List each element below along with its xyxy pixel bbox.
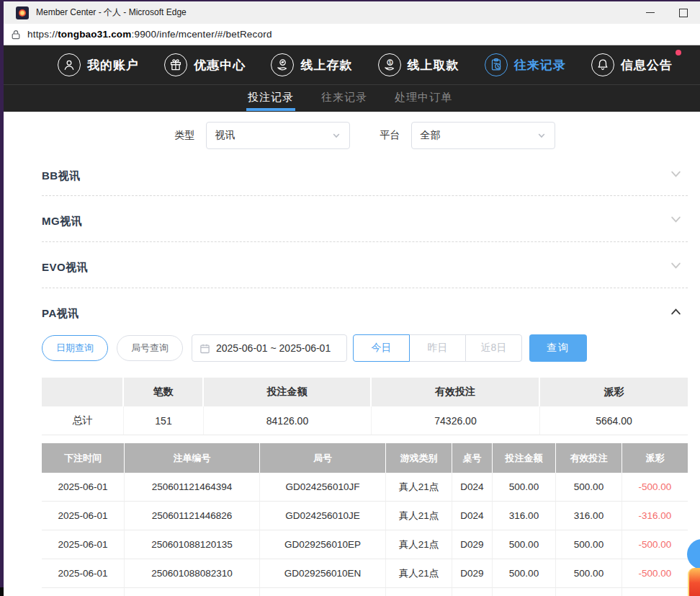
- section-mg-video-header[interactable]: MG视讯: [42, 213, 688, 228]
- tab-pending-orders[interactable]: 处理中订单: [393, 85, 454, 111]
- platform-filter-group: 平台 全部: [380, 122, 555, 149]
- type-select[interactable]: 视讯: [206, 122, 350, 149]
- cell-bet-amount: 316.00: [493, 502, 556, 530]
- maximize-icon: [679, 9, 688, 17]
- cell-bet-time: 2025-06-01: [42, 559, 125, 588]
- nav-label: 线上取款: [408, 57, 459, 74]
- window-title: Member Center - 个人 - Microsoft Edge: [36, 6, 187, 19]
- cell-round-no: GD024256010JF: [260, 473, 386, 502]
- summary-total-row: 总计 151 84126.00 74326.00 5664.00: [42, 406, 688, 435]
- nav-item-deposit[interactable]: 线上存款: [271, 53, 352, 76]
- summary-header-valid-bet: 有效投注: [372, 378, 540, 406]
- cell-payout: [622, 588, 688, 596]
- notification-dot: [676, 50, 681, 55]
- user-icon: [58, 53, 81, 76]
- nav-label: 我的账户: [87, 57, 139, 74]
- site-favicon: [16, 6, 29, 19]
- platform-select-value: 全部: [421, 129, 441, 142]
- summary-table: 笔数 投注金额 有效投注 派彩 总计 151 84126.00 74326.00: [42, 378, 688, 435]
- cell-bet-time: [42, 588, 125, 596]
- platform-select[interactable]: 全部: [411, 122, 555, 149]
- section-bb-video: BB视讯: [42, 159, 688, 196]
- url-text: https://tongbao31.com:9900/infe/mcenter/…: [27, 29, 272, 40]
- nav-label: 信息公告: [621, 57, 673, 74]
- promo-fab[interactable]: [688, 568, 700, 596]
- tab-bet-records[interactable]: 投注记录: [246, 85, 295, 111]
- summary-header-row: 笔数 投注金额 有效投注 派彩: [42, 378, 688, 406]
- header-round-no: 局号: [260, 443, 386, 473]
- section-title: BB视讯: [42, 169, 81, 183]
- search-button[interactable]: 查询: [529, 334, 587, 362]
- bet-record-row: 2025-06-01250601088120135GD029256010EP真人…: [42, 530, 688, 559]
- cell-round-no: GD029256010EP: [260, 530, 386, 559]
- summary-header-count: 笔数: [124, 378, 204, 406]
- cell-valid-bet: 500.00: [556, 473, 622, 502]
- nav-item-my-account[interactable]: 我的账户: [58, 53, 139, 76]
- cell-game-type: 真人21点: [386, 559, 452, 588]
- page-content: 类型 视讯 平台 全部 BB视讯: [0, 112, 700, 596]
- yesterday-button[interactable]: 昨日: [409, 334, 466, 362]
- minimize-button[interactable]: [634, 1, 667, 24]
- chevron-down-icon: [537, 131, 546, 140]
- today-button[interactable]: 今日: [353, 334, 410, 362]
- summary-bet-amount-value: 84126.00: [204, 406, 372, 435]
- section-evo-video-header[interactable]: EVO视讯: [42, 259, 688, 275]
- bet-record-row: 2025-06-01250601121446826GD024256010JE真人…: [42, 502, 688, 530]
- cell-bet-time: 2025-06-01: [42, 530, 125, 559]
- desktop-edge-top: [0, 0, 700, 1]
- summary-valid-bet-value: 74326.00: [372, 406, 540, 435]
- type-filter-label: 类型: [175, 129, 195, 142]
- cell-payout: -316.00: [622, 502, 688, 530]
- summary-payout-value: 5664.00: [540, 406, 688, 435]
- svg-text:$: $: [388, 60, 391, 65]
- chevron-down-icon[interactable]: [670, 259, 682, 275]
- nav-item-transaction-records[interactable]: 往来记录: [485, 53, 566, 76]
- cell-bet-amount: [493, 588, 556, 596]
- bet-record-row: 2025-06-01250601088082310GD029256010EN真人…: [42, 559, 688, 588]
- chevron-down-icon[interactable]: [670, 213, 682, 228]
- provider-sections: BB视讯 MG视讯 EVO视讯 PA视讯: [42, 159, 688, 596]
- window-controls: [634, 1, 700, 24]
- bet-record-row: 2025-06-01250601121464394GD024256010JF真人…: [42, 473, 688, 502]
- cell-table-no: D024: [452, 473, 493, 502]
- cell-bet-time: 2025-06-01: [42, 502, 125, 530]
- chevron-down-icon: [332, 131, 341, 140]
- desktop-edge-left-cap: [0, 587, 4, 596]
- cell-table-no: D029: [452, 559, 493, 588]
- summary-total-label: 总计: [42, 406, 124, 435]
- header-game-type: 游戏类别: [386, 443, 452, 473]
- detail-header-row: 下注时间 注单编号 局号 游戏类别 桌号 投注金额 有效投注 派彩: [42, 443, 688, 473]
- date-query-button[interactable]: 日期查询: [42, 335, 108, 361]
- round-query-button[interactable]: 局号查询: [117, 335, 183, 361]
- cell-round-no: GD024256010JE: [260, 502, 386, 530]
- last-8-days-button[interactable]: 近8日: [465, 334, 522, 362]
- tab-transaction-records[interactable]: 往来记录: [320, 85, 369, 111]
- filter-row: 类型 视讯 平台 全部: [42, 122, 688, 149]
- calendar-icon: [199, 343, 210, 354]
- chevron-up-icon[interactable]: [670, 306, 682, 321]
- minimize-icon: [646, 12, 655, 13]
- date-range-input[interactable]: 2025-06-01 ~ 2025-06-01: [192, 334, 347, 362]
- section-title: PA视讯: [42, 306, 79, 321]
- nav-label: 线上存款: [300, 57, 352, 74]
- query-bar: 日期查询 局号查询 2025-06-01 ~ 2025-06-01 今日 昨日 …: [42, 334, 688, 362]
- withdraw-icon: $: [378, 53, 401, 76]
- maximize-button[interactable]: [667, 1, 700, 24]
- nav-item-announcements[interactable]: 信息公告: [591, 53, 673, 76]
- header-table-no: 桌号: [452, 443, 493, 473]
- section-pa-video: PA视讯 日期查询 局号查询 2025-06-01 ~ 2025-06-01 今…: [42, 288, 688, 596]
- chevron-down-icon[interactable]: [670, 168, 682, 183]
- section-bb-video-header[interactable]: BB视讯: [42, 168, 688, 183]
- cell-game-type: [386, 588, 452, 596]
- date-range-value: 2025-06-01 ~ 2025-06-01: [216, 342, 331, 354]
- desktop-edge-left: [0, 0, 4, 587]
- summary-header-payout: 派彩: [540, 378, 688, 406]
- cell-bet-time: 2025-06-01: [42, 473, 125, 502]
- cell-game-type: 真人21点: [386, 530, 452, 559]
- platform-filter-label: 平台: [380, 129, 400, 142]
- nav-item-withdraw[interactable]: $ 线上取款: [378, 53, 459, 76]
- url-bar[interactable]: https://tongbao31.com:9900/infe/mcenter/…: [0, 24, 700, 45]
- type-filter-group: 类型 视讯: [175, 122, 350, 149]
- section-pa-video-header[interactable]: PA视讯: [42, 306, 688, 321]
- nav-item-promotions[interactable]: 优惠中心: [164, 53, 246, 76]
